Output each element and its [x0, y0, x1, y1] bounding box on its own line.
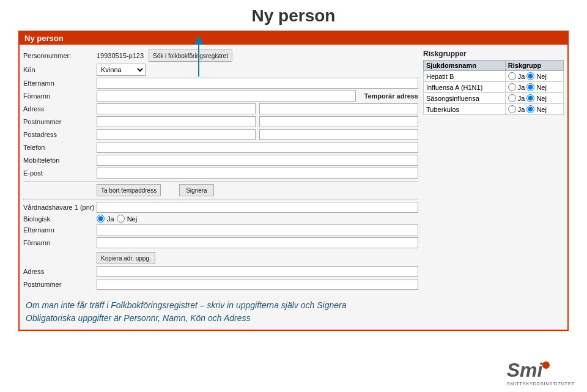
adress-row: Adress — [23, 103, 418, 114]
separator1 — [23, 181, 418, 182]
riskgrupp-title: Riskgrupper — [423, 50, 564, 58]
radio-cell: JaNej — [508, 94, 561, 102]
signera-button[interactable]: Signera — [179, 184, 213, 196]
fornamn2-label: Förnamn — [23, 239, 97, 246]
card-body: Personnummer: 19930515-p123 Sök i folkbo… — [20, 45, 567, 295]
riskgrupp-ja-label-3: Ja — [518, 106, 525, 113]
smi-logo-text: Smi — [507, 359, 575, 382]
left-panel: Personnummer: 19930515-p123 Sök i folkbo… — [23, 50, 418, 292]
page-title: Ny person — [0, 0, 587, 31]
riskgrupp-ja-radio-0[interactable] — [508, 72, 516, 80]
biologisk-ja-label: Ja — [107, 215, 114, 223]
biologisk-ja-radio[interactable] — [97, 215, 105, 223]
ta-bort-button[interactable]: Ta bort tempaddress — [97, 184, 161, 196]
search-folkbok-button[interactable]: Sök i folkbokföringsregistret — [149, 50, 232, 62]
riskgrupp-nej-radio-2[interactable] — [526, 94, 534, 102]
biologisk-radio-group: Ja Nej — [97, 215, 137, 223]
mobiltelefon-input[interactable] — [97, 155, 418, 166]
vardnadshavare-row: Vårdnadshavare 1 (pnr) — [23, 202, 418, 213]
riskgrupp-radios: JaNej — [505, 104, 563, 115]
action-buttons-row: Ta bort tempaddress Signera — [23, 184, 418, 196]
efternamn-row: Efternamn — [23, 78, 418, 89]
personnummer-row: Personnummer: 19930515-p123 Sök i folkbo… — [23, 50, 418, 62]
fornamn-label: Förnamn — [23, 92, 97, 100]
efternamn2-row: Efternamn — [23, 224, 418, 235]
riskgrupp-nej-label-1: Nej — [536, 84, 547, 91]
radio-cell: JaNej — [508, 105, 561, 113]
kopiera-row: Kopiera adr. uppg. — [23, 250, 418, 264]
riskgrupp-ja-radio-3[interactable] — [508, 105, 516, 113]
postadress-input[interactable] — [97, 129, 256, 140]
efternamn2-input[interactable] — [97, 224, 418, 235]
efternamn-input[interactable] — [97, 78, 418, 89]
personnummer-value: 19930515-p123 — [97, 52, 144, 59]
mobiltelefon-row: Mobiltelefon — [23, 155, 418, 166]
postnummer-row: Postnummer — [23, 116, 418, 127]
biologisk-nej-label: Nej — [127, 215, 138, 223]
adress2-input[interactable] — [97, 266, 418, 277]
riskgrupp-row: TuberkulosJaNej — [424, 104, 564, 115]
smi-name-text: Smi — [507, 359, 543, 382]
telefon-row: Telefon — [23, 142, 418, 153]
biologisk-row: Biologisk Ja Nej — [23, 215, 418, 223]
riskgrupp-nej-radio-0[interactable] — [526, 72, 534, 80]
sjukdom-name: Tuberkulos — [424, 104, 506, 115]
postnummer-label: Postnummer — [23, 118, 97, 125]
riskgrupp-row: Hepatit BJaNej — [424, 71, 564, 82]
kon-label: Kön — [23, 66, 97, 73]
radio-cell: JaNej — [508, 72, 561, 80]
postadress-row: Postadress — [23, 129, 418, 140]
personnummer-label: Personnummer: — [23, 52, 97, 59]
adress2-row: Adress — [23, 266, 418, 277]
postnummer2-row: Postnummer — [23, 279, 418, 290]
main-card: Ny person Personnummer: 19930515-p123 Sö… — [18, 31, 569, 331]
postnummer-input[interactable] — [97, 116, 256, 127]
riskgrupp-radios: JaNej — [505, 93, 563, 104]
telefon-label: Telefon — [23, 144, 97, 151]
riskgrupp-ja-radio-2[interactable] — [508, 94, 516, 102]
right-panel: Riskgrupper Sjukdomsnamn Riskgrupp Hepat… — [423, 50, 564, 292]
epost-input[interactable] — [97, 168, 418, 179]
riskgrupp-nej-radio-3[interactable] — [526, 105, 534, 113]
radio-cell: JaNej — [508, 83, 561, 91]
riskgrupp-nej-radio-1[interactable] — [526, 83, 534, 91]
sjukdom-name: Säsongsinfluensa — [424, 93, 506, 104]
biologisk-nej-radio[interactable] — [117, 215, 125, 223]
riskgrupp-radios: JaNej — [505, 71, 563, 82]
riskgrupp-table: Sjukdomsnamn Riskgrupp Hepatit BJaNejInf… — [423, 60, 564, 115]
adress-label: Adress — [23, 105, 97, 113]
fornamn-input[interactable] — [97, 91, 356, 102]
adress2-label: Adress — [23, 268, 97, 275]
annotation-text1: Om man inte får träff i Folkbokföringsre… — [26, 299, 561, 312]
postnummer2-input[interactable] — [97, 279, 418, 290]
postnummer2-label: Postnummer — [23, 281, 97, 288]
separator2 — [23, 199, 418, 200]
kopiera-button[interactable]: Kopiera adr. uppg. — [97, 252, 155, 264]
postadress-label: Postadress — [23, 131, 97, 138]
telefon-input[interactable] — [97, 142, 418, 153]
adress-temp-input[interactable] — [259, 103, 418, 114]
mobiltelefon-label: Mobiltelefon — [23, 157, 97, 164]
annotation-text2: Obligatoriska uppgifter är Personnr, Nam… — [26, 312, 561, 325]
riskgrupp-ja-label-0: Ja — [518, 73, 525, 80]
fornamn-row: Förnamn Temporär adress — [23, 91, 418, 102]
postnummer-temp-input[interactable] — [259, 116, 418, 127]
efternamn-label: Efternamn — [23, 80, 97, 87]
riskgrupp-ja-radio-1[interactable] — [508, 83, 516, 91]
annotation-text-block: Om man inte får träff i Folkbokföringsre… — [26, 299, 561, 325]
epost-label: E-post — [23, 169, 97, 177]
riskgrupp-ja-label-1: Ja — [518, 84, 525, 91]
epost-row: E-post — [23, 168, 418, 179]
vardnadshavare-input[interactable] — [97, 202, 418, 213]
kon-select[interactable]: Kvinna Man Okänt — [97, 64, 146, 76]
annotation-area: Om man inte får träff i Folkbokföringsre… — [20, 295, 567, 330]
fornamn2-row: Förnamn — [23, 237, 418, 248]
fornamn2-input[interactable] — [97, 237, 418, 248]
adress-input[interactable] — [97, 103, 256, 114]
postadress-temp-input[interactable] — [259, 129, 418, 140]
sjukdom-name: Hepatit B — [424, 71, 506, 82]
riskgrupp-nej-label-3: Nej — [536, 106, 547, 113]
smi-dot — [542, 361, 550, 369]
biologisk-label: Biologisk — [23, 215, 97, 223]
smi-subtitle: SMITTSKYDDSINSTITUTET — [507, 382, 575, 386]
